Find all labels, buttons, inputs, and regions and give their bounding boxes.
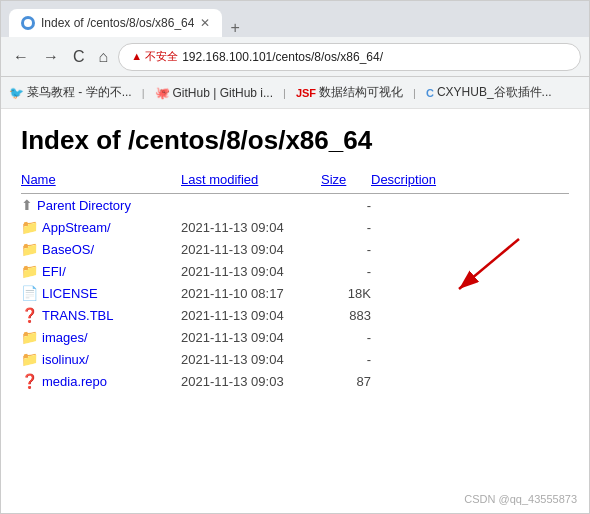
file-link[interactable]: media.repo [42, 374, 107, 389]
size-sort-link[interactable]: Size [321, 172, 346, 187]
url-display: 192.168.100.101/centos/8/os/x86_64/ [182, 50, 383, 64]
address-bar: ← → C ⌂ ▲ 不安全 192.168.100.101/centos/8/o… [1, 37, 589, 77]
table-row: 📁BaseOS/ 2021-11-13 09:04 - [21, 238, 569, 260]
tab-favicon [21, 16, 35, 30]
file-link[interactable]: EFI/ [42, 264, 66, 279]
security-warning: ▲ 不安全 [131, 49, 178, 64]
col-header-name[interactable]: Name [21, 172, 181, 194]
reload-button[interactable]: C [69, 46, 89, 68]
file-modified-cell: 2021-11-10 08:17 [181, 282, 321, 304]
bookmark-3[interactable]: JSF 数据结构可视化 [296, 84, 403, 101]
folder-icon: 📁 [21, 241, 38, 257]
back-icon: ⬆ [21, 197, 33, 213]
file-size-cell: 18K [321, 282, 371, 304]
file-size-cell: - [321, 238, 371, 260]
file-modified-cell: 2021-11-13 09:04 [181, 304, 321, 326]
file-link[interactable]: TRANS.TBL [42, 308, 114, 323]
file-link[interactable]: LICENSE [42, 286, 98, 301]
watermark: CSDN @qq_43555873 [464, 493, 577, 505]
table-row: 📁AppStream/ 2021-11-13 09:04 - [21, 216, 569, 238]
file-size-cell: 883 [321, 304, 371, 326]
file-modified-cell: 2021-11-13 09:04 [181, 326, 321, 348]
table-row: 📁isolinux/ 2021-11-13 09:04 - [21, 348, 569, 370]
file-modified-cell: 2021-11-13 09:04 [181, 238, 321, 260]
tab-close-button[interactable]: ✕ [200, 16, 210, 30]
file-desc-cell [371, 370, 569, 392]
bookmark-4[interactable]: C CXYHUB_谷歌插件... [426, 84, 552, 101]
modified-sort-link[interactable]: Last modified [181, 172, 258, 187]
desc-sort-link[interactable]: Description [371, 172, 436, 187]
tab-bar: Index of /centos/8/os/x86_64 ✕ + [1, 1, 589, 37]
file-link[interactable]: images/ [42, 330, 88, 345]
bookmark-4-label: CXYHUB_谷歌插件... [437, 84, 552, 101]
file-link[interactable]: isolinux/ [42, 352, 89, 367]
file-name-cell: 📄LICENSE [21, 282, 181, 304]
page-title: Index of /centos/8/os/x86_64 [21, 125, 569, 156]
file-desc-cell [371, 348, 569, 370]
file-name-cell: ❓media.repo [21, 370, 181, 392]
folder-icon: 📁 [21, 263, 38, 279]
separator-2: | [283, 87, 286, 99]
file-name-cell: ❓TRANS.TBL [21, 304, 181, 326]
active-tab[interactable]: Index of /centos/8/os/x86_64 ✕ [9, 9, 222, 37]
file-desc-cell [371, 238, 569, 260]
separator-1: | [142, 87, 145, 99]
file-name-cell: 📁images/ [21, 326, 181, 348]
col-header-size[interactable]: Size [321, 172, 371, 194]
file-size-cell: - [321, 348, 371, 370]
browser-window: Index of /centos/8/os/x86_64 ✕ + ← → C ⌂… [0, 0, 590, 514]
table-row: 📄LICENSE 2021-11-10 08:17 18K [21, 282, 569, 304]
file-name-cell: 📁BaseOS/ [21, 238, 181, 260]
unknown-file-icon: ❓ [21, 307, 38, 323]
unknown-file-icon: ❓ [21, 373, 38, 389]
file-desc-cell [371, 260, 569, 282]
document-icon: 📄 [21, 285, 38, 301]
file-size-cell: - [321, 260, 371, 282]
page-content: Index of /centos/8/os/x86_64 Name Last m… [1, 109, 589, 513]
bookmark-3-icon: JSF [296, 87, 316, 99]
home-button[interactable]: ⌂ [95, 46, 113, 68]
address-input[interactable]: ▲ 不安全 192.168.100.101/centos/8/os/x86_64… [118, 43, 581, 71]
bookmark-3-label: 数据结构可视化 [319, 84, 403, 101]
file-desc-cell [371, 216, 569, 238]
file-modified-cell: 2021-11-13 09:03 [181, 370, 321, 392]
file-name-cell: 📁AppStream/ [21, 216, 181, 238]
new-tab-button[interactable]: + [226, 19, 243, 37]
file-desc-cell [371, 282, 569, 304]
folder-icon: 📁 [21, 329, 38, 345]
file-name-cell: ⬆Parent Directory [21, 194, 181, 217]
file-size-cell: - [321, 326, 371, 348]
table-row: ❓TRANS.TBL 2021-11-13 09:04 883 [21, 304, 569, 326]
file-link[interactable]: Parent Directory [37, 198, 131, 213]
back-button[interactable]: ← [9, 46, 33, 68]
tab-title: Index of /centos/8/os/x86_64 [41, 16, 194, 30]
file-modified-cell: 2021-11-13 09:04 [181, 348, 321, 370]
folder-icon: 📁 [21, 219, 38, 235]
file-name-cell: 📁isolinux/ [21, 348, 181, 370]
bookmark-1[interactable]: 🐦 菜鸟教程 - 学的不... [9, 84, 132, 101]
col-header-modified[interactable]: Last modified [181, 172, 321, 194]
bookmark-4-icon: C [426, 87, 434, 99]
file-size-cell: - [321, 194, 371, 217]
file-desc-cell [371, 304, 569, 326]
file-size-cell: - [321, 216, 371, 238]
bookmarks-bar: 🐦 菜鸟教程 - 学的不... | 🐙 GitHub | GitHub i...… [1, 77, 589, 109]
file-size-cell: 87 [321, 370, 371, 392]
col-header-description[interactable]: Description [371, 172, 569, 194]
bookmark-2[interactable]: 🐙 GitHub | GitHub i... [155, 86, 273, 100]
file-modified-cell: 2021-11-13 09:04 [181, 260, 321, 282]
table-row: 📁EFI/ 2021-11-13 09:04 - [21, 260, 569, 282]
forward-button[interactable]: → [39, 46, 63, 68]
bookmark-2-label: GitHub | GitHub i... [173, 86, 273, 100]
file-link[interactable]: AppStream/ [42, 220, 111, 235]
file-table: Name Last modified Size Description ⬆Par… [21, 172, 569, 392]
file-link[interactable]: BaseOS/ [42, 242, 94, 257]
file-modified-cell: 2021-11-13 09:04 [181, 216, 321, 238]
file-desc-cell [371, 194, 569, 217]
bookmark-1-icon: 🐦 [9, 86, 24, 100]
file-name-cell: 📁EFI/ [21, 260, 181, 282]
file-desc-cell [371, 326, 569, 348]
name-sort-link[interactable]: Name [21, 172, 56, 187]
folder-icon: 📁 [21, 351, 38, 367]
table-row: 📁images/ 2021-11-13 09:04 - [21, 326, 569, 348]
